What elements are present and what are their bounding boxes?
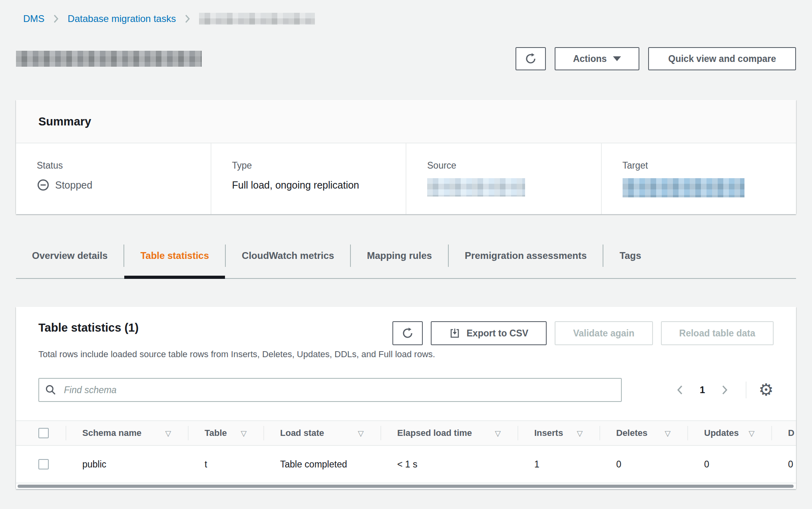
download-icon: [449, 328, 460, 339]
status-text: Stopped: [55, 179, 92, 191]
sort-icon[interactable]: ▽: [748, 429, 754, 437]
cell-load-state: Table completed: [263, 446, 380, 483]
sort-icon[interactable]: ▽: [358, 429, 364, 437]
table-row: public t Table completed < 1 s 1 0 0 0: [16, 446, 796, 483]
tab-overview-details[interactable]: Overview details: [16, 245, 124, 267]
summary-card-header: Summary: [16, 100, 796, 143]
stopped-circle-minus-icon: [37, 179, 50, 191]
summary-field-status: Status Stopped: [16, 143, 211, 214]
source-label: Source: [427, 160, 593, 171]
column-header-table[interactable]: Table▽: [188, 421, 263, 445]
search-icon: [45, 384, 57, 396]
refresh-task-button[interactable]: [515, 47, 546, 70]
summary-field-type: Type Full load, ongoing replication: [211, 143, 406, 214]
refresh-icon: [402, 327, 414, 339]
export-label: Export to CSV: [467, 328, 529, 339]
select-all-cell: [16, 421, 66, 445]
tab-cloudwatch-metrics[interactable]: CloudWatch metrics: [226, 245, 351, 267]
table-statistics-title: Table statistics (1): [38, 321, 139, 334]
column-header-updates[interactable]: Updates▽: [687, 421, 771, 445]
cell-deletes: 0: [599, 446, 687, 483]
column-header-schema-name[interactable]: Schema name▽: [66, 421, 188, 445]
page-header: Actions Quick view and compare: [16, 47, 796, 70]
header-actions: Actions Quick view and compare: [515, 47, 796, 70]
cell-elapsed-load-time: < 1 s: [380, 446, 517, 483]
column-header-ddls-clipped[interactable]: D: [771, 421, 796, 445]
reload-table-data-button[interactable]: Reload table data: [661, 321, 774, 345]
status-value: Stopped: [37, 178, 203, 192]
summary-field-target: Target: [601, 143, 796, 214]
target-link-redacted[interactable]: [623, 178, 744, 197]
column-header-inserts[interactable]: Inserts▽: [517, 421, 599, 445]
breadcrumb: DMS Database migration tasks: [16, 13, 796, 25]
breadcrumb-link-dms[interactable]: DMS: [23, 13, 44, 24]
row-checkbox[interactable]: [38, 459, 49, 469]
column-header-load-state[interactable]: Load state▽: [263, 421, 380, 445]
tab-table-statistics[interactable]: Table statistics: [124, 245, 226, 267]
sort-icon[interactable]: ▽: [665, 429, 671, 437]
pagination-divider: [746, 382, 746, 398]
status-label: Status: [37, 160, 203, 171]
sort-icon[interactable]: ▽: [165, 429, 171, 437]
table-statistics-header: Table statistics (1): [16, 321, 796, 345]
select-all-checkbox[interactable]: [38, 428, 49, 438]
dms-task-page: DMS Database migration tasks Actions: [0, 13, 812, 489]
quick-view-compare-button[interactable]: Quick view and compare: [648, 47, 796, 70]
page-title-redacted: [16, 51, 202, 67]
tab-mapping-rules[interactable]: Mapping rules: [351, 245, 449, 267]
actions-dropdown-button[interactable]: Actions: [555, 47, 639, 70]
summary-body: Status Stopped Type Full load, ongoing r…: [16, 143, 796, 214]
scrollbar-thumb[interactable]: [18, 485, 794, 488]
sort-icon[interactable]: ▽: [495, 429, 501, 437]
refresh-icon: [525, 53, 537, 65]
table-settings-gear-icon[interactable]: ⚙: [758, 382, 774, 398]
tab-premigration-assessments[interactable]: Premigration assessments: [449, 245, 603, 267]
tab-tags[interactable]: Tags: [603, 245, 657, 267]
actions-label: Actions: [573, 54, 607, 64]
cell-ddls-clipped: 0: [771, 446, 796, 483]
type-value: Full load, ongoing replication: [232, 178, 398, 192]
breadcrumb-link-migration-tasks[interactable]: Database migration tasks: [68, 13, 176, 24]
find-schema-input[interactable]: [38, 378, 622, 402]
pagination: 1 ⚙: [673, 382, 774, 398]
cell-updates: 0: [687, 446, 771, 483]
table-header-row: Schema name▽ Table▽ Load state▽ Elapsed …: [16, 420, 796, 446]
previous-page-button[interactable]: [673, 382, 687, 398]
horizontal-scrollbar[interactable]: [16, 483, 796, 489]
row-select-cell: [16, 446, 66, 483]
chevron-right-icon: [53, 14, 59, 24]
target-label: Target: [623, 160, 788, 171]
cell-schema-name: public: [66, 446, 188, 483]
caret-down-icon: [613, 56, 621, 61]
source-link-redacted[interactable]: [427, 178, 525, 197]
refresh-table-button[interactable]: [392, 321, 423, 345]
summary-title: Summary: [38, 115, 774, 128]
task-tabs: Overview details Table statistics CloudW…: [16, 245, 796, 279]
breadcrumb-current-redacted: [199, 13, 315, 25]
sort-icon[interactable]: ▽: [577, 429, 583, 437]
column-header-deletes[interactable]: Deletes▽: [599, 421, 687, 445]
summary-field-source: Source: [406, 143, 601, 214]
type-label: Type: [232, 160, 398, 171]
table-controls: 1 ⚙: [16, 378, 796, 402]
chevron-right-icon: [185, 14, 190, 24]
validate-again-button[interactable]: Validate again: [555, 321, 653, 345]
table-statistics-table: Schema name▽ Table▽ Load state▽ Elapsed …: [16, 420, 796, 489]
sort-icon[interactable]: ▽: [241, 429, 247, 437]
next-page-button[interactable]: [718, 382, 731, 398]
table-statistics-description: Total rows include loaded source table r…: [38, 349, 774, 360]
current-page-number[interactable]: 1: [700, 384, 705, 396]
summary-card: Summary Status Stopped Type: [16, 100, 796, 214]
export-to-csv-button[interactable]: Export to CSV: [431, 321, 547, 345]
cell-inserts: 1: [517, 446, 599, 483]
table-statistics-buttons: Export to CSV Validate again Reload tabl…: [392, 321, 774, 345]
cell-table: t: [188, 446, 263, 483]
column-header-elapsed-load-time[interactable]: Elapsed load time▽: [380, 421, 517, 445]
schema-search: [38, 378, 622, 402]
table-statistics-card: Table statistics (1): [16, 307, 796, 489]
